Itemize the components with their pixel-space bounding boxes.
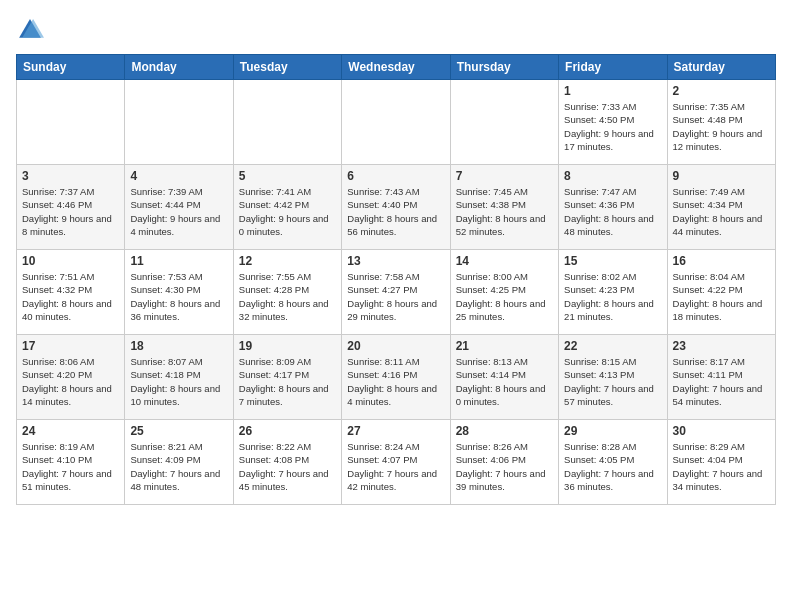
table-row: 10Sunrise: 7:51 AM Sunset: 4:32 PM Dayli… — [17, 250, 125, 335]
day-number: 14 — [456, 254, 553, 268]
col-tuesday: Tuesday — [233, 55, 341, 80]
day-number: 29 — [564, 424, 661, 438]
logo — [16, 16, 48, 44]
calendar-week-row: 3Sunrise: 7:37 AM Sunset: 4:46 PM Daylig… — [17, 165, 776, 250]
col-sunday: Sunday — [17, 55, 125, 80]
table-row: 9Sunrise: 7:49 AM Sunset: 4:34 PM Daylig… — [667, 165, 775, 250]
table-row: 12Sunrise: 7:55 AM Sunset: 4:28 PM Dayli… — [233, 250, 341, 335]
day-info: Sunrise: 7:39 AM Sunset: 4:44 PM Dayligh… — [130, 185, 227, 238]
table-row — [17, 80, 125, 165]
day-number: 23 — [673, 339, 770, 353]
table-row: 2Sunrise: 7:35 AM Sunset: 4:48 PM Daylig… — [667, 80, 775, 165]
day-number: 16 — [673, 254, 770, 268]
table-row — [125, 80, 233, 165]
table-row — [342, 80, 450, 165]
day-info: Sunrise: 8:06 AM Sunset: 4:20 PM Dayligh… — [22, 355, 119, 408]
table-row: 29Sunrise: 8:28 AM Sunset: 4:05 PM Dayli… — [559, 420, 667, 505]
day-number: 30 — [673, 424, 770, 438]
day-number: 7 — [456, 169, 553, 183]
day-info: Sunrise: 8:17 AM Sunset: 4:11 PM Dayligh… — [673, 355, 770, 408]
table-row: 4Sunrise: 7:39 AM Sunset: 4:44 PM Daylig… — [125, 165, 233, 250]
table-row: 22Sunrise: 8:15 AM Sunset: 4:13 PM Dayli… — [559, 335, 667, 420]
day-number: 4 — [130, 169, 227, 183]
day-number: 21 — [456, 339, 553, 353]
day-info: Sunrise: 7:49 AM Sunset: 4:34 PM Dayligh… — [673, 185, 770, 238]
table-row: 15Sunrise: 8:02 AM Sunset: 4:23 PM Dayli… — [559, 250, 667, 335]
calendar-week-row: 24Sunrise: 8:19 AM Sunset: 4:10 PM Dayli… — [17, 420, 776, 505]
header-row: Sunday Monday Tuesday Wednesday Thursday… — [17, 55, 776, 80]
day-number: 11 — [130, 254, 227, 268]
day-info: Sunrise: 8:15 AM Sunset: 4:13 PM Dayligh… — [564, 355, 661, 408]
table-row: 17Sunrise: 8:06 AM Sunset: 4:20 PM Dayli… — [17, 335, 125, 420]
table-row: 27Sunrise: 8:24 AM Sunset: 4:07 PM Dayli… — [342, 420, 450, 505]
table-row: 16Sunrise: 8:04 AM Sunset: 4:22 PM Dayli… — [667, 250, 775, 335]
day-info: Sunrise: 7:33 AM Sunset: 4:50 PM Dayligh… — [564, 100, 661, 153]
day-number: 17 — [22, 339, 119, 353]
day-info: Sunrise: 7:58 AM Sunset: 4:27 PM Dayligh… — [347, 270, 444, 323]
table-row: 14Sunrise: 8:00 AM Sunset: 4:25 PM Dayli… — [450, 250, 558, 335]
col-wednesday: Wednesday — [342, 55, 450, 80]
logo-icon — [16, 16, 44, 44]
day-info: Sunrise: 8:07 AM Sunset: 4:18 PM Dayligh… — [130, 355, 227, 408]
day-number: 15 — [564, 254, 661, 268]
day-info: Sunrise: 8:02 AM Sunset: 4:23 PM Dayligh… — [564, 270, 661, 323]
day-number: 12 — [239, 254, 336, 268]
day-info: Sunrise: 8:13 AM Sunset: 4:14 PM Dayligh… — [456, 355, 553, 408]
table-row: 18Sunrise: 8:07 AM Sunset: 4:18 PM Dayli… — [125, 335, 233, 420]
day-info: Sunrise: 8:09 AM Sunset: 4:17 PM Dayligh… — [239, 355, 336, 408]
day-info: Sunrise: 7:43 AM Sunset: 4:40 PM Dayligh… — [347, 185, 444, 238]
day-number: 22 — [564, 339, 661, 353]
day-info: Sunrise: 7:37 AM Sunset: 4:46 PM Dayligh… — [22, 185, 119, 238]
day-number: 8 — [564, 169, 661, 183]
day-info: Sunrise: 8:22 AM Sunset: 4:08 PM Dayligh… — [239, 440, 336, 493]
table-row: 30Sunrise: 8:29 AM Sunset: 4:04 PM Dayli… — [667, 420, 775, 505]
day-info: Sunrise: 7:55 AM Sunset: 4:28 PM Dayligh… — [239, 270, 336, 323]
table-row: 24Sunrise: 8:19 AM Sunset: 4:10 PM Dayli… — [17, 420, 125, 505]
calendar-header: Sunday Monday Tuesday Wednesday Thursday… — [17, 55, 776, 80]
table-row: 11Sunrise: 7:53 AM Sunset: 4:30 PM Dayli… — [125, 250, 233, 335]
table-row — [233, 80, 341, 165]
day-number: 5 — [239, 169, 336, 183]
day-number: 6 — [347, 169, 444, 183]
day-info: Sunrise: 8:24 AM Sunset: 4:07 PM Dayligh… — [347, 440, 444, 493]
day-number: 20 — [347, 339, 444, 353]
col-friday: Friday — [559, 55, 667, 80]
day-info: Sunrise: 7:47 AM Sunset: 4:36 PM Dayligh… — [564, 185, 661, 238]
day-number: 13 — [347, 254, 444, 268]
day-number: 27 — [347, 424, 444, 438]
col-monday: Monday — [125, 55, 233, 80]
day-number: 25 — [130, 424, 227, 438]
table-row: 7Sunrise: 7:45 AM Sunset: 4:38 PM Daylig… — [450, 165, 558, 250]
col-thursday: Thursday — [450, 55, 558, 80]
day-info: Sunrise: 8:19 AM Sunset: 4:10 PM Dayligh… — [22, 440, 119, 493]
calendar-table: Sunday Monday Tuesday Wednesday Thursday… — [16, 54, 776, 505]
day-number: 18 — [130, 339, 227, 353]
day-info: Sunrise: 8:29 AM Sunset: 4:04 PM Dayligh… — [673, 440, 770, 493]
day-number: 24 — [22, 424, 119, 438]
day-number: 28 — [456, 424, 553, 438]
day-info: Sunrise: 8:11 AM Sunset: 4:16 PM Dayligh… — [347, 355, 444, 408]
table-row: 13Sunrise: 7:58 AM Sunset: 4:27 PM Dayli… — [342, 250, 450, 335]
day-number: 10 — [22, 254, 119, 268]
day-number: 19 — [239, 339, 336, 353]
day-number: 9 — [673, 169, 770, 183]
table-row: 21Sunrise: 8:13 AM Sunset: 4:14 PM Dayli… — [450, 335, 558, 420]
day-info: Sunrise: 8:04 AM Sunset: 4:22 PM Dayligh… — [673, 270, 770, 323]
table-row — [450, 80, 558, 165]
table-row: 20Sunrise: 8:11 AM Sunset: 4:16 PM Dayli… — [342, 335, 450, 420]
calendar-week-row: 17Sunrise: 8:06 AM Sunset: 4:20 PM Dayli… — [17, 335, 776, 420]
day-info: Sunrise: 7:53 AM Sunset: 4:30 PM Dayligh… — [130, 270, 227, 323]
header — [16, 16, 776, 44]
day-number: 26 — [239, 424, 336, 438]
table-row: 19Sunrise: 8:09 AM Sunset: 4:17 PM Dayli… — [233, 335, 341, 420]
table-row: 25Sunrise: 8:21 AM Sunset: 4:09 PM Dayli… — [125, 420, 233, 505]
table-row: 26Sunrise: 8:22 AM Sunset: 4:08 PM Dayli… — [233, 420, 341, 505]
table-row: 28Sunrise: 8:26 AM Sunset: 4:06 PM Dayli… — [450, 420, 558, 505]
day-number: 3 — [22, 169, 119, 183]
table-row: 6Sunrise: 7:43 AM Sunset: 4:40 PM Daylig… — [342, 165, 450, 250]
table-row: 8Sunrise: 7:47 AM Sunset: 4:36 PM Daylig… — [559, 165, 667, 250]
table-row: 3Sunrise: 7:37 AM Sunset: 4:46 PM Daylig… — [17, 165, 125, 250]
day-info: Sunrise: 8:00 AM Sunset: 4:25 PM Dayligh… — [456, 270, 553, 323]
day-info: Sunrise: 8:28 AM Sunset: 4:05 PM Dayligh… — [564, 440, 661, 493]
table-row: 23Sunrise: 8:17 AM Sunset: 4:11 PM Dayli… — [667, 335, 775, 420]
